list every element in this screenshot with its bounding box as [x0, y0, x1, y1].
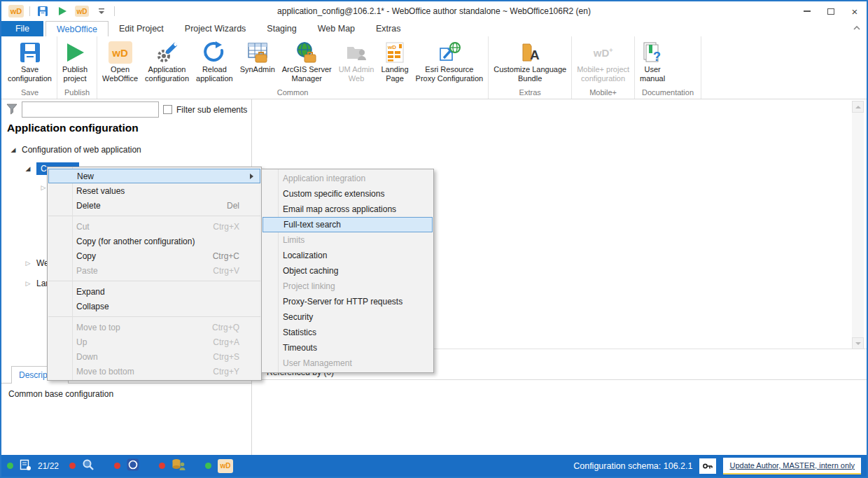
- submenu-item-email-map-across-applications[interactable]: Email map across applications: [262, 202, 433, 217]
- quick-publish-button[interactable]: [55, 4, 69, 18]
- menu-item-label: Collapse: [76, 302, 109, 311]
- menu-item-label: Email map across applications: [283, 204, 396, 214]
- menu-item-label: Delete: [76, 201, 101, 211]
- menu-item-label: Cut: [76, 222, 90, 232]
- submenu-arrow-icon: [250, 174, 253, 179]
- collapsed-triangle-icon[interactable]: ▷: [40, 184, 47, 191]
- menu-item-label: Up: [76, 337, 87, 347]
- menu-item-label: Proxy-Server for HTTP requests: [283, 297, 402, 307]
- update-author-link[interactable]: Update Author, MASTER, intern only: [723, 458, 861, 475]
- quick-weboffice-button[interactable]: wD: [75, 4, 89, 18]
- tree-item-label: Configuration of web application: [22, 145, 141, 155]
- search-status-icon[interactable]: [82, 458, 94, 473]
- database-user-status-icon[interactable]: [172, 458, 186, 473]
- submenu-item-project-linking: Project linking: [262, 279, 433, 294]
- save-configuration-button[interactable]: Save configuration: [4, 38, 55, 83]
- minimize-button[interactable]: [795, 3, 819, 20]
- submenu-item-statistics[interactable]: Statistics: [262, 325, 433, 340]
- save-icon: [37, 6, 48, 17]
- collapse-ribbon-button[interactable]: [853, 24, 861, 34]
- submenu-item-timeouts[interactable]: Timeouts: [262, 340, 433, 356]
- ribbon: Save configuration Save Publish project …: [1, 36, 867, 99]
- menu-item-up: UpCtrg+A: [48, 335, 260, 349]
- scroll-up-button[interactable]: [852, 101, 864, 113]
- customize-quick-access-button[interactable]: [94, 4, 108, 18]
- weboffice-logo-icon: wD: [108, 40, 133, 65]
- submenu-item-proxy-server[interactable]: Proxy-Server for HTTP requests: [262, 294, 433, 309]
- globe-status-icon[interactable]: [127, 458, 139, 473]
- button-label: Bundle: [518, 74, 542, 83]
- menu-item-collapse[interactable]: Collapse: [48, 299, 260, 314]
- filter-sub-elements-checkbox[interactable]: [163, 105, 172, 114]
- submenu-item-security[interactable]: Security: [262, 309, 433, 325]
- play-icon: [57, 6, 68, 17]
- group-label-documentation: Documentation: [635, 87, 701, 99]
- description-text: Common base configuration: [8, 389, 113, 399]
- status-green-dot: [7, 463, 13, 469]
- user-manual-button[interactable]: ? User manual: [636, 38, 668, 83]
- button-label: Open: [111, 65, 130, 74]
- configuration-schema-label: Configuration schema: 106.2.1: [573, 461, 692, 471]
- submenu-item-localization[interactable]: Localization: [262, 248, 433, 263]
- expanded-triangle-icon[interactable]: ◢: [10, 146, 17, 153]
- menu-item-new[interactable]: New: [48, 169, 260, 183]
- folder-user-icon: [344, 40, 369, 65]
- menu-item-delete[interactable]: DeleteDel: [48, 198, 260, 213]
- ribbon-group-common: wD Open WebOffice Application configurat…: [97, 36, 489, 99]
- landing-page-icon: wD: [382, 40, 407, 65]
- report-status-icon[interactable]: [20, 459, 31, 473]
- menu-separator: [48, 281, 260, 281]
- button-label: Reload: [202, 65, 227, 74]
- shortcut-label: Ctrg+A: [213, 337, 255, 347]
- button-label: project: [64, 74, 87, 83]
- collapsed-triangle-icon[interactable]: ▷: [24, 280, 31, 287]
- quick-access-toolbar: wD wD: [1, 4, 115, 18]
- submenu-item-full-text-search[interactable]: Full-text search: [262, 217, 433, 232]
- button-label: Landing: [381, 65, 408, 74]
- tab-staging[interactable]: Staging: [256, 21, 307, 36]
- globe-toolbox-icon: [294, 40, 319, 65]
- publish-project-button[interactable]: Publish project: [59, 38, 91, 83]
- button-label: Mobile+ project: [577, 65, 629, 74]
- status-bar: 21/22 wD Configuration schema: 106.2.1: [1, 455, 867, 477]
- arcgis-server-manager-button[interactable]: ArcGIS Server Manager: [279, 38, 335, 83]
- tree-item-partial-1[interactable]: ▷ We: [24, 256, 49, 270]
- quick-save-button[interactable]: [36, 4, 50, 18]
- weboffice-status-icon[interactable]: wD: [218, 459, 233, 473]
- submenu-item-object-caching[interactable]: Object caching: [262, 263, 433, 279]
- synadmin-button[interactable]: SynAdmin: [237, 38, 279, 74]
- tab-weboffice[interactable]: WebOffice: [46, 21, 108, 36]
- tab-file[interactable]: File: [1, 21, 43, 36]
- tab-web-map[interactable]: Web Map: [307, 21, 365, 36]
- menu-item-reset-values[interactable]: Reset values: [48, 183, 260, 198]
- close-button[interactable]: ×: [843, 3, 867, 20]
- tab-edit-project[interactable]: Edit Project: [108, 21, 174, 36]
- maximize-button[interactable]: [819, 3, 843, 20]
- filter-input[interactable]: [22, 101, 159, 118]
- menu-item-label: Copy: [76, 251, 96, 261]
- scroll-down-button[interactable]: [852, 337, 864, 349]
- esri-resource-proxy-button[interactable]: Esri Resource Proxy Configuration: [412, 38, 487, 83]
- customize-language-bundle-button[interactable]: A Customize Language Bundle: [490, 38, 570, 83]
- reload-application-button[interactable]: Reload application: [192, 38, 237, 83]
- group-label-extras: Extras: [489, 87, 571, 99]
- menu-item-expand[interactable]: Expand: [48, 284, 260, 299]
- application-configuration-button[interactable]: Application configuration: [141, 38, 192, 83]
- vertical-scrollbar[interactable]: [852, 101, 864, 349]
- collapsed-triangle-icon[interactable]: ▷: [24, 260, 31, 267]
- expanded-triangle-icon[interactable]: ◢: [24, 165, 31, 172]
- gears-wrench-icon: [155, 40, 180, 65]
- key-button[interactable]: [699, 458, 716, 474]
- submenu-item-custom-specific-extensions[interactable]: Custom specific extensions: [262, 186, 433, 202]
- save-icon: [18, 40, 43, 65]
- tab-project-wizards[interactable]: Project Wizards: [174, 21, 257, 36]
- tab-extras[interactable]: Extras: [365, 21, 411, 36]
- menu-item-copy-for-another-configuration[interactable]: Copy (for another configuration): [48, 234, 260, 248]
- menu-item-label: User Management: [283, 358, 352, 368]
- button-label: configuration: [145, 74, 189, 83]
- proxy-arrow-globe-icon: [437, 40, 462, 65]
- open-weboffice-button[interactable]: wD Open WebOffice: [99, 38, 141, 83]
- landing-page-button[interactable]: wD Landing Page: [377, 38, 412, 83]
- tree-item-root[interactable]: ◢ Configuration of web application: [10, 143, 141, 157]
- menu-item-copy[interactable]: CopyCtrg+C: [48, 248, 260, 263]
